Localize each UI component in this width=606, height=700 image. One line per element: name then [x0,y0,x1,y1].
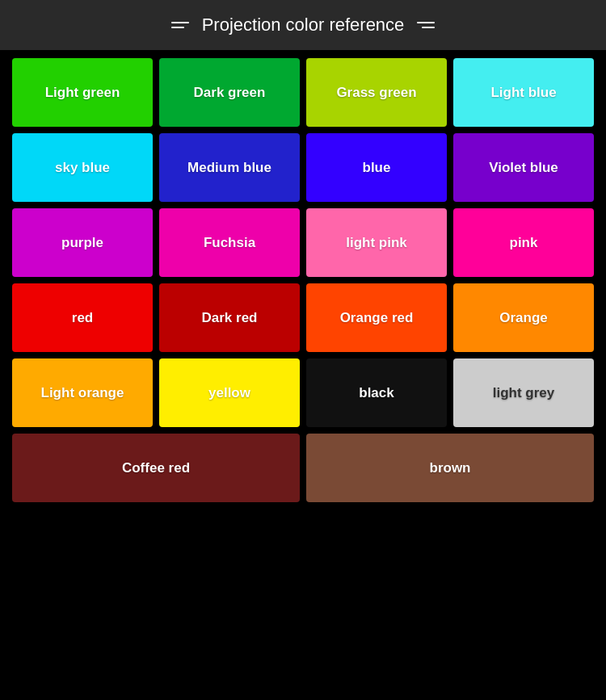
color-label-blue: blue [363,160,391,176]
color-label-light-green: Light green [45,85,120,101]
color-cell-black[interactable]: black [306,358,447,427]
color-cell-dark-green[interactable]: Dark green [159,58,300,127]
color-cell-coffee-red[interactable]: Coffee red [12,434,300,502]
color-cell-violet-blue[interactable]: Violet blue [453,133,594,202]
color-cell-pink[interactable]: pink [453,208,594,277]
color-label-fuchsia: Fuchsia [204,235,255,251]
color-label-pink: pink [510,235,538,251]
color-cell-light-grey[interactable]: light grey [453,358,594,427]
color-label-dark-red: Dark red [202,310,258,326]
color-label-brown: brown [430,460,471,476]
color-label-orange-red: Orange red [340,310,414,326]
app-header: Projection color reference [0,0,606,50]
color-cell-light-blue[interactable]: Light blue [453,58,594,127]
color-cell-purple[interactable]: purple [12,208,153,277]
color-cell-brown[interactable]: brown [306,434,594,502]
color-label-grass-green: Grass green [336,85,416,101]
color-cell-grass-green[interactable]: Grass green [306,58,447,127]
color-label-light-pink: light pink [346,235,407,251]
color-cell-sky-blue[interactable]: sky blue [12,133,153,202]
color-label-yellow: yellow [208,385,250,401]
color-cell-light-pink[interactable]: light pink [306,208,447,277]
color-cell-orange[interactable]: Orange [453,283,594,352]
color-label-purple: purple [61,235,103,251]
color-label-light-blue: Light blue [490,85,556,101]
color-cell-light-orange[interactable]: Light orange [12,358,153,427]
color-cell-dark-red[interactable]: Dark red [159,283,300,352]
color-cell-orange-red[interactable]: Orange red [306,283,447,352]
color-cell-medium-blue[interactable]: Medium blue [159,133,300,202]
color-label-dark-green: Dark green [194,85,266,101]
color-label-light-grey: light grey [493,385,555,401]
color-cell-light-green[interactable]: Light green [12,58,153,127]
color-label-light-orange: Light orange [41,385,124,401]
menu-right-icon[interactable] [417,22,435,28]
page-title: Projection color reference [202,15,405,36]
color-label-orange: Orange [499,310,548,326]
color-cell-blue[interactable]: blue [306,133,447,202]
color-label-sky-blue: sky blue [55,160,110,176]
color-label-black: black [359,385,393,401]
menu-left-icon[interactable] [171,22,189,28]
color-label-red: red [72,310,93,326]
color-label-coffee-red: Coffee red [122,460,190,476]
color-label-violet-blue: Violet blue [489,160,558,176]
color-label-medium-blue: Medium blue [187,160,271,176]
color-cell-yellow[interactable]: yellow [159,358,300,427]
color-grid: Light greenDark greenGrass greenLight bl… [0,50,606,510]
color-cell-red[interactable]: red [12,283,153,352]
color-cell-fuchsia[interactable]: Fuchsia [159,208,300,277]
